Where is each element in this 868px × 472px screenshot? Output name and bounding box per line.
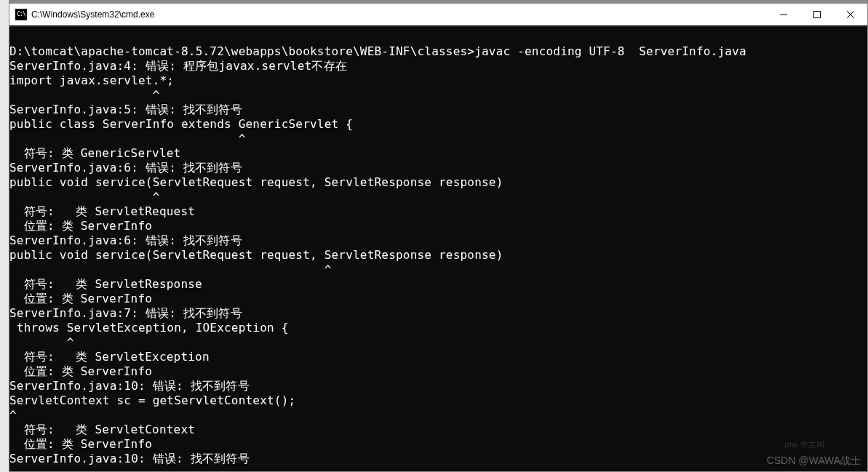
terminal-viewport[interactable]: D:\tomcat\apache-tomcat-8.5.72\webapps\b… <box>9 25 867 471</box>
terminal-output: D:\tomcat\apache-tomcat-8.5.72\webapps\b… <box>9 27 867 466</box>
svg-rect-1 <box>814 11 821 17</box>
minimize-icon <box>780 11 787 18</box>
php-watermark: php 中文网 <box>785 439 824 450</box>
maximize-button[interactable] <box>800 4 834 25</box>
minimize-button[interactable] <box>767 4 800 25</box>
csdn-watermark: CSDN @WAWA战士 <box>767 455 861 468</box>
close-button[interactable] <box>834 4 867 25</box>
page-margin <box>0 0 9 472</box>
cmd-window: C:\ C:\Windows\System32\cmd.exe D:\tomca… <box>9 3 868 472</box>
window-title: C:\Windows\System32\cmd.exe <box>31 9 154 20</box>
close-icon <box>847 11 854 18</box>
maximize-icon <box>813 11 821 18</box>
cmd-icon: C:\ <box>15 9 27 20</box>
cmd-icon-label: C:\ <box>17 11 25 17</box>
window-titlebar[interactable]: C:\ C:\Windows\System32\cmd.exe <box>9 4 867 25</box>
